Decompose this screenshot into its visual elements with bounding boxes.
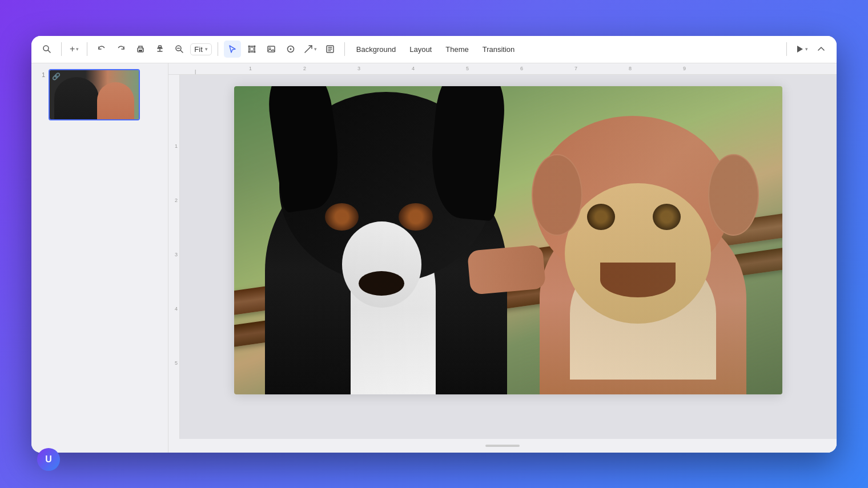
- present-button[interactable]: ▾: [793, 41, 810, 58]
- theme-button[interactable]: Theme: [440, 43, 474, 56]
- svg-point-13: [248, 51, 250, 53]
- text-tool-button[interactable]: [322, 41, 339, 58]
- slide-number-1: 1: [36, 71, 45, 78]
- avatar[interactable]: U: [37, 448, 60, 471]
- stamp-button[interactable]: [151, 41, 168, 58]
- main-area: 1 🔗 | 1 2: [31, 63, 837, 453]
- svg-marker-24: [797, 46, 803, 53]
- canvas-with-ruler: 1 2 3 4 5: [168, 75, 837, 439]
- add-button[interactable]: + ▾: [67, 41, 81, 58]
- plus-icon: +: [70, 44, 75, 54]
- present-chevron-icon: ▾: [805, 46, 808, 52]
- undo-button[interactable]: [93, 41, 110, 58]
- scroll-indicator: [168, 439, 837, 453]
- slide-link-icon: 🔗: [52, 72, 61, 80]
- slide-item-1[interactable]: 1 🔗: [36, 69, 163, 120]
- divider-4: [344, 42, 345, 56]
- line-chevron-icon: ▾: [314, 46, 317, 52]
- zoom-selector[interactable]: Fit ▾: [190, 43, 211, 55]
- slide-canvas: [234, 86, 782, 394]
- svg-rect-15: [268, 46, 275, 52]
- ruler-top: | 1 2 3 4 5 6 7 8 9: [168, 63, 837, 75]
- svg-point-16: [269, 47, 271, 49]
- svg-point-4: [142, 49, 143, 50]
- print-button[interactable]: [132, 41, 149, 58]
- redo-button[interactable]: [112, 41, 130, 58]
- zoom-chevron-icon: ▾: [205, 46, 208, 52]
- add-chevron-icon: ▾: [76, 46, 79, 52]
- zoom-value: Fit: [194, 45, 202, 54]
- background-button[interactable]: Background: [351, 43, 401, 56]
- svg-rect-5: [159, 46, 162, 47]
- crop-tool-button[interactable]: [243, 41, 260, 58]
- zoom-out-button[interactable]: [171, 41, 188, 58]
- select-tool-button[interactable]: [224, 41, 241, 58]
- svg-point-14: [254, 51, 255, 53]
- divider-1: [61, 42, 62, 56]
- image-tool-button[interactable]: [263, 41, 280, 58]
- svg-line-19: [305, 46, 312, 53]
- divider-5: [786, 42, 787, 56]
- divider-3: [218, 42, 218, 56]
- transition-button[interactable]: Transition: [477, 43, 521, 56]
- line-tool-button[interactable]: ▾: [302, 41, 319, 58]
- svg-rect-10: [250, 47, 254, 51]
- app-window: + ▾: [31, 36, 837, 453]
- collapse-button[interactable]: [813, 41, 830, 58]
- divider-2: [87, 42, 87, 56]
- slide-panel: 1 🔗: [31, 63, 168, 453]
- svg-point-11: [248, 46, 250, 47]
- layout-button[interactable]: Layout: [404, 43, 437, 56]
- scroll-bar: [485, 445, 520, 447]
- search-button[interactable]: [38, 41, 55, 58]
- shape-tool-button[interactable]: [282, 41, 299, 58]
- svg-line-1: [48, 50, 50, 53]
- slide-photo: [234, 86, 782, 394]
- photo-overlay: [234, 86, 782, 394]
- slide-thumbnail-1[interactable]: 🔗: [49, 69, 140, 120]
- toolbar: + ▾: [31, 36, 837, 63]
- canvas-area: | 1 2 3 4 5 6 7 8 9: [168, 63, 837, 453]
- toolbar-right: ▾: [783, 41, 830, 58]
- canvas-scroll[interactable]: [180, 75, 837, 439]
- ruler-left: 1 2 3 4 5: [168, 75, 180, 439]
- svg-rect-3: [139, 50, 142, 51]
- svg-point-12: [254, 46, 255, 47]
- avatar-initial: U: [45, 454, 52, 465]
- svg-line-8: [180, 50, 183, 53]
- svg-point-18: [290, 49, 291, 50]
